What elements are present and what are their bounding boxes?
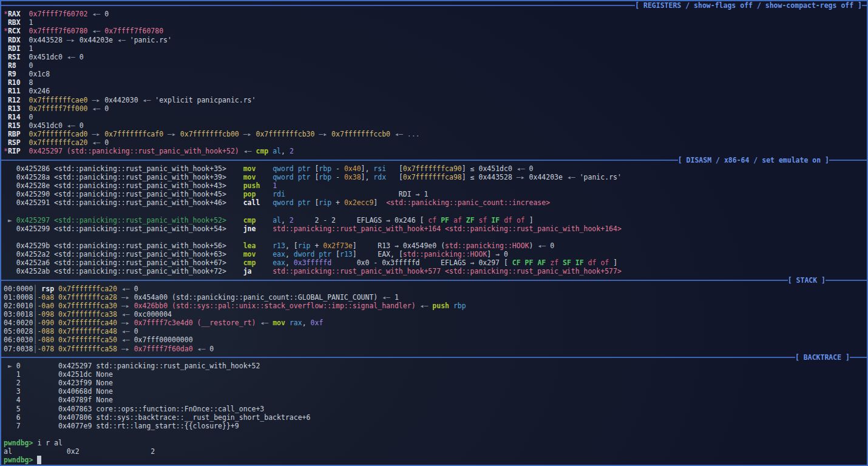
terminal-line: 2 0x423f99 None [4, 379, 867, 387]
token: 0x443528 [478, 173, 512, 181]
token: 0x7ffff7c3e4d0 (__restore_rt) [134, 319, 256, 327]
token: 0 [16, 362, 58, 370]
token: 0x7fffffffca28 [58, 293, 117, 302]
token: 0x2f73e [323, 241, 352, 250]
token: , [ [285, 241, 298, 250]
token: PF [525, 258, 534, 267]
token: cf [428, 216, 436, 225]
token: ZF [466, 216, 475, 225]
token [558, 258, 563, 267]
terminal-line: RBX 1 [4, 18, 867, 27]
terminal-line: R14 0 [4, 113, 867, 121]
terminal-line: *RAX 0x7ffff7f60702 ◂— 0 [4, 10, 867, 18]
disasm-header: [ DISASM / x86-64 / set emulate on ] [1, 156, 867, 164]
token: std::panicking::HOOK [445, 241, 529, 250]
token: IF [575, 258, 584, 267]
token: 0 [134, 327, 138, 336]
token: 0x7ffff7f60702 [29, 10, 88, 18]
backtrace-header: [ BACKTRACE ] [1, 353, 867, 362]
token: 0x451dc0 [29, 53, 63, 61]
token: 6 0x407806 std::sys::backtrace::__rust_b… [4, 413, 310, 422]
token: —▸ [314, 130, 331, 138]
token: mov [243, 164, 256, 173]
token: dword ptr [294, 250, 331, 258]
token: rdx [373, 173, 386, 181]
token [462, 216, 466, 225]
token: RSP [4, 138, 29, 147]
token: 03:0018 [4, 310, 33, 319]
token: + [331, 198, 344, 207]
token: 0x7fffffffca58 [58, 345, 117, 353]
token: -0a0 [37, 302, 54, 310]
token: 04:0020 [4, 319, 33, 327]
token: R10 [4, 78, 29, 87]
token: 0 [209, 345, 214, 353]
disasm-pane: 0x425286 <std::panicking::rust_panic_wit… [1, 164, 867, 276]
token: sf [479, 216, 487, 225]
token: 1 0x4251dc None [4, 370, 113, 379]
token: eax [273, 250, 285, 258]
token: r13 [273, 241, 285, 250]
token: ◂— [378, 293, 395, 302]
prompt-pane[interactable]: pwndbg> i r alal 0x2 2pwndbg> [1, 430, 867, 465]
terminal-line: 0x42529b <std::panicking::rust_panic_wit… [4, 241, 867, 250]
token: 0x40 [344, 164, 361, 173]
terminal-line: 0x425286 <std::panicking::rust_panic_wit… [4, 164, 867, 173]
token: 'explicit panicpanic.rs' [155, 96, 256, 104]
token: pop [243, 190, 256, 198]
token: cmp [243, 216, 256, 225]
token: 0x7fffffffcad0 [29, 130, 88, 138]
token: R9 [4, 70, 29, 78]
backtrace-header-title: [ BACKTRACE ] [795, 353, 850, 362]
token: ] ≤ [462, 164, 479, 173]
terminal-line: 3 0x40668d None [4, 387, 867, 396]
terminal-line [4, 430, 867, 439]
token: 0 [529, 164, 534, 173]
token [256, 164, 273, 173]
terminal-line: *RIP 0x425297 (std::panicking::rust_pani… [4, 147, 867, 155]
token: 0x443528 [29, 36, 63, 44]
token: * [4, 27, 8, 35]
token: [ [310, 164, 319, 173]
token: r13 [340, 250, 353, 258]
token: RBX [4, 18, 29, 27]
terminal-line: *RCX 0x7ffff7f60780 ◂— 0x7ffff7f60780 [4, 27, 867, 35]
token: 00:0000 [4, 285, 33, 293]
token: , [285, 250, 294, 258]
terminal-line: RDX 0x443528 —▸ 0x44203e ◂— 'panic.rs' [4, 36, 867, 44]
token: 0x42528a <std::panicking::rust_panic_wit… [4, 173, 243, 181]
token: —▸ [87, 130, 104, 138]
token [256, 250, 273, 258]
token: 1 [29, 18, 33, 27]
token [54, 336, 58, 344]
token: 0x451dc0 [29, 121, 63, 130]
token: R15 [4, 121, 29, 130]
token: ◂— [534, 241, 551, 250]
token [256, 258, 273, 267]
token: 3 0x40668d None [4, 387, 113, 396]
token: RDI ⇒ 1 [285, 190, 428, 198]
token: ◂— [117, 285, 134, 293]
token: ◂— [113, 36, 130, 44]
terminal-line [4, 233, 867, 241]
token: ◂— [512, 164, 529, 173]
text-cursor[interactable] [37, 456, 41, 464]
token: 0x0 - 0x3fffffd EFLAGS ⇒ 0x297 [ [331, 258, 512, 267]
token: 0x454a00 (std::panicking::panic_count::G… [134, 293, 378, 302]
stack-header-title: [ STACK ] [788, 276, 826, 285]
token: 1 [395, 293, 399, 302]
token: ] ≤ [462, 173, 479, 181]
token: 0x7fffffffcaf0 [104, 130, 163, 138]
terminal-line: 02:0010│-0a0 0x7fffffffca30 —▸ 0x426bb0 … [4, 302, 867, 310]
terminal-line: R13 0x7fffff7ff000 ◂— 0 [4, 104, 867, 113]
token: 0x7fffffffccb0 [331, 130, 390, 138]
token: 0x3fffffd [294, 258, 331, 267]
token: 0x7ffff7f60780 [29, 27, 88, 35]
token: 0 [29, 113, 33, 121]
token: al 0x2 2 [4, 447, 155, 456]
token [260, 181, 273, 190]
token: -098 [37, 310, 54, 319]
token: 0 [134, 285, 138, 293]
terminal-line: RSP 0x7fffffffca20 ◂— 0 [4, 138, 867, 147]
token: CF [512, 258, 521, 267]
